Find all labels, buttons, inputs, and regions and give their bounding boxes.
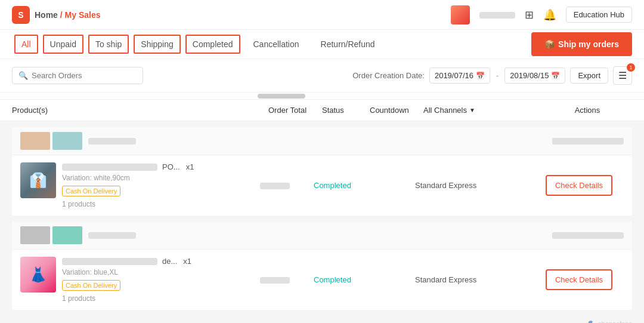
product-qty-1: x1 xyxy=(186,162,194,171)
list-icon: ☰ xyxy=(618,70,627,81)
product-variation-2: Variation: blue,XL xyxy=(62,268,260,276)
tab-to-ship[interactable]: To ship xyxy=(88,35,129,54)
col-countdown-header: Countdown xyxy=(370,106,423,115)
bell-icon[interactable]: 🔔 xyxy=(543,8,556,21)
calendar-icon: 📅 xyxy=(476,72,485,80)
check-details-button-2[interactable]: Check Details xyxy=(546,269,612,290)
order-header-right-blurred xyxy=(552,138,624,144)
order-actions-2: Check Details xyxy=(534,269,624,290)
order-header-2 xyxy=(12,222,632,250)
product-count-2: 1 products xyxy=(62,294,260,303)
scroll-thumb xyxy=(258,94,305,99)
order-status-2: Completed xyxy=(314,275,361,284)
date-to-input[interactable]: 2019/08/15 📅 xyxy=(504,67,565,84)
date-from-input[interactable]: 2019/07/16 📅 xyxy=(429,67,490,84)
product-variation-1: Variation: white,90cm xyxy=(62,174,260,182)
total-blurred-2 xyxy=(260,277,290,284)
order-channel-2: Standard Express xyxy=(415,275,534,284)
order-thumb-2 xyxy=(52,132,82,150)
watermark-area: 🐾 shopeefans xyxy=(0,316,644,323)
tab-cancellation[interactable]: Cancellation xyxy=(243,30,310,59)
scroll-area[interactable] xyxy=(0,93,644,100)
breadcrumb: Home / My Sales xyxy=(35,10,101,20)
tab-shipping[interactable]: Shipping xyxy=(134,35,181,54)
order-id-blurred xyxy=(88,138,136,144)
list-view-button[interactable]: ☰ 1 xyxy=(613,66,632,85)
order-actions-1: Check Details xyxy=(534,175,624,196)
status-label-1: Completed xyxy=(314,181,351,190)
order-header-left-2 xyxy=(20,226,136,244)
orders-container: 👔 PO... x1 Variation: white,90cm Cash On… xyxy=(0,121,644,316)
date-to-value: 2019/08/15 xyxy=(510,71,549,80)
payment-badge-2: Cash On Delivery xyxy=(62,280,120,291)
search-input[interactable] xyxy=(32,71,137,80)
order-header-left-1 xyxy=(20,132,136,150)
tab-return-refund[interactable]: Return/Refund xyxy=(310,30,386,59)
chevron-down-icon: ▼ xyxy=(469,107,475,113)
ship-btn-label: Ship my orders xyxy=(558,39,619,49)
order-header-thumbs-2 xyxy=(20,226,82,244)
tab-unpaid[interactable]: Unpaid xyxy=(43,35,83,54)
filter-bar: 🔍 Order Creation Date: 2019/07/16 📅 - 20… xyxy=(0,59,644,93)
order-total-2 xyxy=(260,275,314,284)
breadcrumb-sep: / xyxy=(60,10,65,20)
tabs: All Unpaid To ship Shipping Completed Ca… xyxy=(12,30,386,59)
grid-icon[interactable]: ⊞ xyxy=(525,8,534,21)
date-from-value: 2019/07/16 xyxy=(435,71,473,80)
logo-text: S xyxy=(18,10,23,20)
breadcrumb-current: My Sales xyxy=(65,10,101,20)
tab-bar: All Unpaid To ship Shipping Completed Ca… xyxy=(0,30,644,59)
col-channel-header[interactable]: All Channels ▼ xyxy=(423,106,543,115)
header-left: S Home / My Sales xyxy=(12,6,101,24)
order-thumb-1 xyxy=(20,132,50,150)
tab-all[interactable]: All xyxy=(14,35,38,54)
order-header-thumbs xyxy=(20,132,82,150)
order-header-right-blurred-2 xyxy=(552,232,624,239)
shopee-logo: S xyxy=(12,6,30,24)
col-status-header: Status xyxy=(322,106,370,115)
product-image-2: 👗 xyxy=(20,257,56,293)
ship-orders-button[interactable]: 📦 Ship my orders xyxy=(531,32,632,56)
order-status-1: Completed xyxy=(314,181,361,190)
total-blurred-1 xyxy=(260,183,290,189)
order-thumb-3 xyxy=(20,226,50,244)
order-card: 👔 PO... x1 Variation: white,90cm Cash On… xyxy=(12,127,632,216)
col-actions-header: Actions xyxy=(543,106,632,115)
breadcrumb-home[interactable]: Home xyxy=(35,10,58,20)
col-channel-label: All Channels xyxy=(423,106,467,115)
product-image-1: 👔 xyxy=(20,162,56,198)
export-button[interactable]: Export xyxy=(570,67,608,84)
product-count-1: 1 products xyxy=(62,200,260,208)
product-details-1: PO... x1 Variation: white,90cm Cash On D… xyxy=(62,162,260,208)
col-products-header: Product(s) xyxy=(12,106,268,115)
education-hub-button[interactable]: Education Hub xyxy=(566,7,632,23)
order-thumb-4 xyxy=(52,226,82,244)
order-id-blurred-2 xyxy=(88,232,136,239)
order-channel-1: Standard Express xyxy=(415,181,534,190)
order-total-1 xyxy=(260,181,314,190)
watermark-text: 🐾 shopeefans xyxy=(588,320,632,323)
list-badge: 1 xyxy=(627,63,635,72)
status-label-2: Completed xyxy=(314,275,351,284)
order-card-2: 👗 de... x1 Variation: blue,XL Cash On De… xyxy=(12,222,632,310)
order-body-1: 👔 PO... x1 Variation: white,90cm Cash On… xyxy=(12,155,632,216)
check-details-button-1[interactable]: Check Details xyxy=(546,175,612,196)
col-total-header: Order Total xyxy=(268,106,322,115)
product-details-2: de... x1 Variation: blue,XL Cash On Deli… xyxy=(62,257,260,303)
calendar-icon-2: 📅 xyxy=(551,72,560,80)
edu-hub-label: Education Hub xyxy=(574,10,624,19)
search-icon: 🔍 xyxy=(18,71,28,80)
search-box[interactable]: 🔍 xyxy=(12,67,143,84)
product-img-inner-1: 👔 xyxy=(20,162,56,198)
product-code-1: PO... xyxy=(162,162,180,171)
username xyxy=(479,10,515,19)
tab-completed[interactable]: Completed xyxy=(185,35,240,54)
header: S Home / My Sales ⊞ 🔔 Education Hub xyxy=(0,0,644,30)
product-name-blurred-1 xyxy=(62,164,157,171)
avatar xyxy=(451,5,470,24)
order-product-2: 👗 de... x1 Variation: blue,XL Cash On De… xyxy=(20,257,260,303)
date-separator: - xyxy=(496,71,499,80)
payment-badge-1: Cash On Delivery xyxy=(62,186,120,196)
column-headers: Product(s) Order Total Status Countdown … xyxy=(0,100,644,121)
ship-icon: 📦 xyxy=(544,39,555,49)
